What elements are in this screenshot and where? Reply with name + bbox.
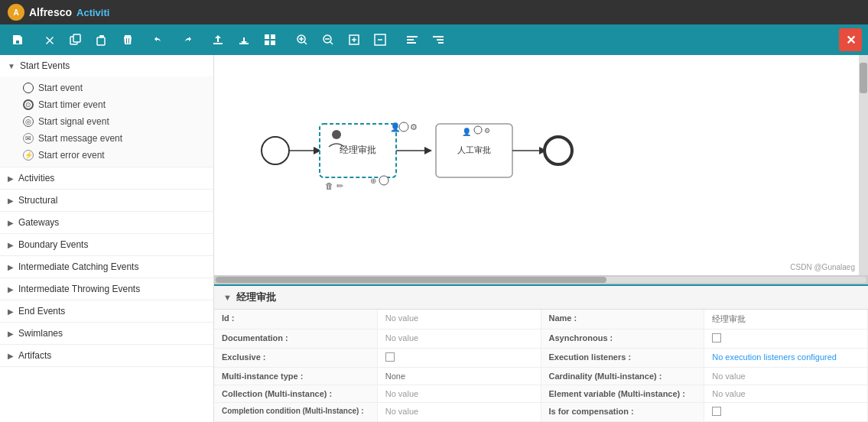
undo-button[interactable]	[148, 28, 171, 51]
app-logo: A Alfresco Activiti	[8, 4, 109, 21]
start-event-label: Start event	[38, 83, 83, 93]
canvas-horizontal-scrollbar[interactable]	[214, 275, 868, 284]
svg-rect-3	[99, 35, 104, 37]
swimlanes-label: Swimlanes	[18, 328, 63, 339]
toolbar: ✕	[0, 24, 868, 55]
copy-button[interactable]	[64, 28, 87, 51]
canvas-with-scroll: 经理审批 🗑 ✏ 👤 ⚙ ⊕	[214, 55, 868, 275]
compensation-checkbox[interactable]	[712, 407, 721, 416]
app-name-alfresco: Alfresco	[29, 6, 72, 18]
scroll-track	[216, 277, 866, 283]
save-button[interactable]	[6, 28, 29, 51]
watermark: CSDN @Gunalaeg	[790, 263, 855, 271]
start-signal-icon: ◎	[23, 116, 34, 127]
properties-title: 经理审批	[236, 291, 276, 304]
prop-element-var-label: Element variable (Multi-instance) :	[541, 385, 705, 403]
sidebar-section-intermediate-catching: ▶ Intermediate Catching Events	[0, 256, 213, 278]
prop-id-value: No value	[378, 310, 541, 329]
gateways-arrow: ▶	[8, 219, 14, 227]
artifacts-header[interactable]: ▶ Artifacts	[0, 345, 213, 366]
bpmn-canvas[interactable]: 经理审批 🗑 ✏ 👤 ⚙ ⊕	[214, 55, 859, 275]
paste-button[interactable]	[90, 28, 113, 51]
prop-cardinality-label: Cardinality (Multi-instance) :	[541, 368, 705, 385]
svg-text:⊕: ⊕	[370, 177, 376, 185]
structural-label: Structural	[18, 195, 57, 206]
svg-point-20	[332, 130, 341, 139]
prop-exec-listeners-value[interactable]: No execution listeners configured	[704, 349, 868, 368]
cut-button[interactable]	[38, 28, 61, 51]
prop-async-value	[704, 329, 868, 349]
activities-header[interactable]: ▶ Activities	[0, 167, 213, 189]
properties-panel: ▼ 经理审批 Id : No value Name : 经理审批 Documen…	[214, 284, 868, 422]
svg-marker-30	[424, 147, 432, 154]
start-signal-label: Start signal event	[38, 116, 109, 127]
intermediate-catching-header[interactable]: ▶ Intermediate Catching Events	[0, 256, 213, 278]
bpmn-svg: 经理审批 🗑 ✏ 👤 ⚙ ⊕	[237, 101, 772, 269]
scroll-thumb	[216, 277, 606, 283]
sidebar-section-start-events: ▼ Start Events Start event ⊙ Start timer…	[0, 55, 213, 167]
sidebar-item-start-error[interactable]: ⚡ Start error event	[15, 147, 213, 164]
sidebar-item-start-event[interactable]: Start event	[15, 80, 213, 96]
prop-async-label: Asynchronous :	[541, 329, 705, 349]
sidebar-section-end-events: ▶ End Events	[0, 300, 213, 323]
logo-icon: A	[8, 4, 24, 21]
start-events-label: Start Events	[20, 60, 70, 71]
main-area: ▼ Start Events Start event ⊙ Start timer…	[0, 55, 868, 422]
prop-compensation-value	[704, 403, 868, 422]
start-message-icon: ✉	[23, 133, 34, 144]
prop-cardinality-value: No value	[704, 368, 868, 385]
zoom-in-button[interactable]	[291, 28, 314, 51]
activities-label: Activities	[18, 173, 54, 183]
async-checkbox[interactable]	[712, 333, 721, 342]
zoom-full-button[interactable]	[369, 28, 392, 51]
grid-button[interactable]	[258, 28, 281, 51]
prop-exclusive-value	[378, 349, 541, 368]
artifacts-arrow: ▶	[8, 352, 14, 360]
sidebar-item-start-signal[interactable]: ◎ Start signal event	[15, 113, 213, 130]
canvas-vertical-scrollbar[interactable]	[859, 55, 868, 275]
svg-rect-2	[97, 37, 105, 45]
structural-header[interactable]: ▶ Structural	[0, 190, 213, 211]
properties-collapse-arrow[interactable]: ▼	[223, 293, 232, 302]
start-events-items: Start event ⊙ Start timer event ◎ Start …	[0, 76, 213, 167]
delete-button[interactable]	[116, 28, 139, 51]
zoom-fit-button[interactable]	[343, 28, 366, 51]
svg-rect-1	[73, 34, 80, 42]
upload-button[interactable]	[206, 28, 229, 51]
sidebar-item-start-message[interactable]: ✉ Start message event	[15, 130, 213, 147]
svg-text:✏: ✏	[336, 181, 344, 190]
gateways-header[interactable]: ▶ Gateways	[0, 212, 213, 233]
activities-arrow: ▶	[8, 174, 14, 183]
swimlanes-header[interactable]: ▶ Swimlanes	[0, 323, 213, 344]
start-timer-icon: ⊙	[23, 99, 34, 110]
start-events-header[interactable]: ▼ Start Events	[0, 55, 213, 76]
canvas-area: 经理审批 🗑 ✏ 👤 ⚙ ⊕	[214, 55, 868, 422]
prop-doc-label: Documentation :	[214, 329, 378, 349]
close-button[interactable]: ✕	[839, 28, 862, 51]
intermediate-throwing-arrow: ▶	[8, 285, 14, 294]
app-name-activiti: Activiti	[76, 7, 109, 18]
boundary-events-header[interactable]: ▶ Boundary Events	[0, 234, 213, 255]
structural-arrow: ▶	[8, 196, 14, 205]
prop-exclusive-label: Exclusive :	[214, 349, 378, 368]
svg-point-25	[399, 122, 408, 131]
intermediate-throwing-label: Intermediate Throwing Events	[18, 284, 140, 294]
prop-completion-label: Completion condition (Multi-Instance) :	[214, 403, 378, 422]
align-left-button[interactable]	[401, 28, 424, 51]
sidebar-item-start-timer[interactable]: ⊙ Start timer event	[15, 96, 213, 113]
intermediate-catching-label: Intermediate Catching Events	[18, 261, 138, 272]
prop-completion-value: No value	[378, 403, 541, 422]
prop-compensation-label: Is for compensation :	[541, 403, 705, 422]
redo-button[interactable]	[174, 28, 197, 51]
svg-point-16	[262, 137, 289, 164]
exclusive-checkbox[interactable]	[385, 352, 395, 362]
end-events-header[interactable]: ▶ End Events	[0, 300, 213, 322]
download-button[interactable]	[232, 28, 255, 51]
intermediate-throwing-header[interactable]: ▶ Intermediate Throwing Events	[0, 278, 213, 300]
zoom-out-button[interactable]	[317, 28, 340, 51]
prop-multi-type-value: None	[378, 368, 541, 385]
bpmn-diagram: 经理审批 🗑 ✏ 👤 ⚙ ⊕	[214, 55, 859, 275]
align-right-button[interactable]	[427, 28, 450, 51]
properties-table: Id : No value Name : 经理审批 Documentation …	[214, 310, 868, 422]
svg-text:👤: 👤	[462, 127, 472, 137]
